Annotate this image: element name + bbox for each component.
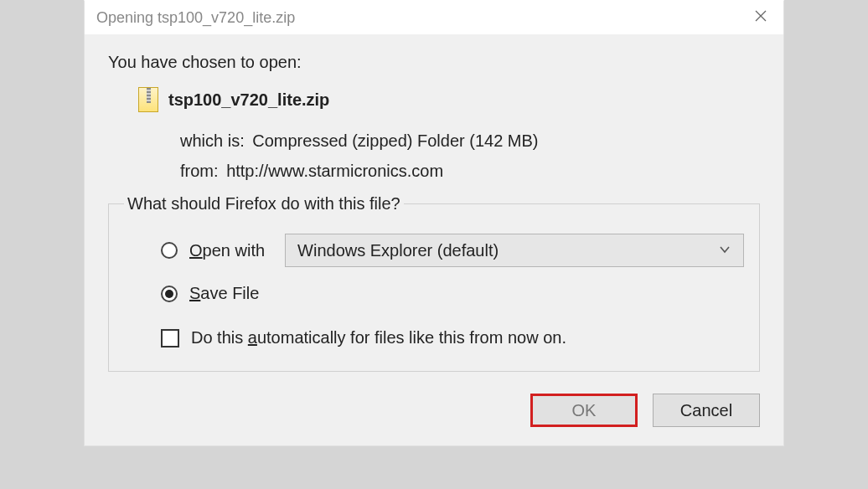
open-with-label: Open with bbox=[189, 241, 265, 260]
from-label: from: bbox=[180, 162, 219, 180]
download-dialog: Opening tsp100_v720_lite.zip You have ch… bbox=[84, 0, 784, 446]
prompt-text: You have chosen to open: bbox=[108, 53, 760, 72]
ok-button[interactable]: OK bbox=[530, 394, 638, 427]
save-file-row[interactable]: Save File bbox=[124, 284, 744, 303]
zip-file-icon bbox=[138, 87, 158, 112]
action-group: What should Firefox do with this file? O… bbox=[108, 194, 760, 372]
window-title: Opening tsp100_v720_lite.zip bbox=[96, 9, 295, 27]
dialog-body: You have chosen to open: tsp100_v720_lit… bbox=[85, 34, 783, 389]
save-file-label: Save File bbox=[189, 284, 259, 303]
chevron-down-icon bbox=[718, 241, 731, 260]
which-is-label: which is: bbox=[180, 131, 245, 150]
save-file-radio[interactable] bbox=[161, 286, 178, 302]
titlebar: Opening tsp100_v720_lite.zip bbox=[85, 1, 783, 34]
combo-value: Windows Explorer (default) bbox=[297, 241, 499, 260]
open-with-radio[interactable] bbox=[161, 242, 178, 259]
open-with-row[interactable]: Open with Windows Explorer (default) bbox=[124, 234, 744, 267]
close-button[interactable] bbox=[738, 1, 783, 34]
file-meta: which is: Compressed (zipped) Folder (14… bbox=[108, 126, 760, 186]
from-value: http://www.starmicronics.com bbox=[226, 162, 443, 180]
auto-checkbox[interactable] bbox=[161, 329, 179, 347]
cancel-button[interactable]: Cancel bbox=[653, 394, 760, 427]
button-bar: OK Cancel bbox=[85, 389, 783, 445]
auto-row[interactable]: Do this automatically for files like thi… bbox=[124, 328, 744, 347]
open-with-combo[interactable]: Windows Explorer (default) bbox=[285, 234, 744, 267]
filename: tsp100_v720_lite.zip bbox=[168, 90, 329, 110]
file-row: tsp100_v720_lite.zip bbox=[108, 87, 760, 112]
auto-label: Do this automatically for files like thi… bbox=[191, 328, 566, 347]
close-icon bbox=[754, 9, 767, 26]
which-is-value: Compressed (zipped) Folder (142 MB) bbox=[252, 131, 538, 150]
group-legend: What should Firefox do with this file? bbox=[124, 194, 404, 214]
